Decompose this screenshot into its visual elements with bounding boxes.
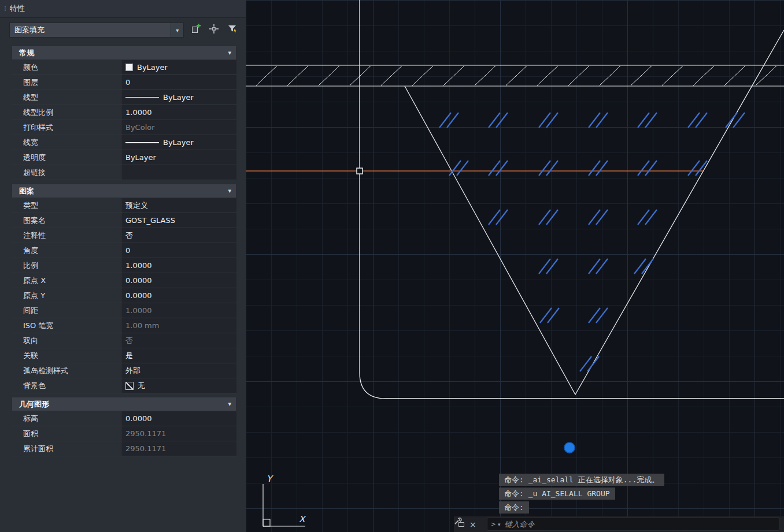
drawing-canvas[interactable]: YX 命令: _ai_selall 正在选择对象...完成。命令: _u AI_… (246, 0, 784, 532)
property-row: 标高0.0000 (12, 411, 236, 426)
property-value[interactable] (121, 165, 236, 180)
property-value[interactable]: 是 (121, 348, 236, 363)
band-hatch-line[interactable] (537, 66, 558, 85)
property-value[interactable]: 0.0000 (121, 288, 236, 303)
property-label: 比例 (12, 258, 121, 273)
property-value-text: 1.00 mm (125, 321, 159, 330)
band-hatch-line[interactable] (475, 66, 495, 85)
property-value[interactable]: 1.00 mm (121, 318, 236, 333)
ucs-origin-box (263, 519, 270, 526)
property-label: 双向 (12, 333, 121, 348)
property-label: 孤岛检测样式 (12, 363, 121, 378)
property-row: 背景色无 (12, 378, 236, 393)
property-value[interactable]: ByLayer (121, 135, 236, 150)
property-value[interactable]: 0.0000 (121, 273, 236, 288)
property-value[interactable]: ByLayer (121, 60, 236, 75)
property-row: 孤岛检测样式外部 (12, 363, 236, 378)
command-history-line: 命令: _ai_selall 正在选择对象...完成。 (499, 474, 664, 486)
color-swatch (125, 64, 133, 71)
select-objects-icon (209, 24, 219, 36)
grip-square[interactable] (357, 168, 363, 174)
property-value[interactable]: 0.0000 (121, 411, 236, 426)
palette-titlebar[interactable]: ⁞ 特性 (0, 0, 246, 18)
section-header-1[interactable]: 图案▾ (12, 184, 236, 198)
property-value[interactable]: 0 (121, 75, 236, 90)
section-header-2[interactable]: 几何图形▾ (12, 397, 236, 411)
property-value[interactable]: 1.0000 (121, 258, 236, 273)
drawing-geometry: YX (246, 0, 784, 532)
property-value[interactable]: 外部 (121, 363, 236, 378)
property-value[interactable]: 2950.1171 (121, 426, 236, 441)
profile-edge[interactable] (360, 0, 784, 399)
property-row: 角度0 (12, 243, 236, 258)
chevron-down-icon[interactable]: ▾ (228, 187, 231, 195)
property-value[interactable]: ByColor (121, 120, 236, 135)
property-row: 图案名GOST_GLASS (12, 213, 236, 228)
chevron-down-icon[interactable]: ▾ (498, 522, 501, 527)
property-value-text: 1.0000 (125, 261, 152, 270)
band-hatch-line[interactable] (662, 66, 683, 85)
command-history-line: 命令: (499, 501, 529, 514)
property-value-text: 0 (125, 246, 130, 255)
property-label: 间距 (12, 303, 121, 318)
palette-grip-handle[interactable]: ⁞ (4, 5, 6, 12)
section-header-0[interactable]: 常规▾ (12, 46, 236, 60)
property-value[interactable]: 否 (121, 228, 236, 243)
band-hatch-line[interactable] (631, 66, 652, 85)
property-row: 图层0 (12, 75, 236, 90)
property-value-text: 无 (138, 381, 145, 391)
band-hatch-line[interactable] (443, 66, 464, 85)
property-row: 颜色ByLayer (12, 60, 236, 75)
band-hatch-line[interactable] (350, 66, 371, 85)
select-objects-button[interactable] (208, 24, 221, 37)
property-value[interactable]: 1.0000 (121, 303, 236, 318)
toggle-pickadd-button[interactable] (189, 24, 202, 37)
property-value-text: 1.0000 (125, 306, 152, 315)
property-label: 原点 X (12, 273, 121, 288)
band-hatch-line[interactable] (381, 66, 402, 85)
quick-select-button[interactable] (225, 24, 239, 37)
command-prompt-icon[interactable]: > ▾ (491, 520, 501, 528)
command-history: 命令: _ai_selall 正在选择对象...完成。命令: _u AI_SEL… (499, 474, 664, 514)
band-hatch-line[interactable] (256, 66, 277, 85)
chevron-down-icon[interactable]: ▾ (228, 49, 231, 57)
property-value[interactable]: 否 (121, 333, 236, 348)
command-input[interactable] (503, 519, 775, 529)
object-type-dropdown[interactable]: 图案填充 ▾ (9, 23, 184, 38)
property-row: 双向否 (12, 333, 236, 348)
property-value-text: 0.0000 (125, 291, 152, 300)
property-value[interactable]: ByLayer (121, 90, 236, 105)
property-row: 原点 X0.0000 (12, 273, 236, 288)
property-value[interactable]: 1.0000 (121, 105, 236, 120)
property-label: 原点 Y (12, 288, 121, 303)
grip-circle[interactable] (564, 442, 575, 453)
band-hatch-line[interactable] (724, 66, 745, 85)
property-label: 线宽 (12, 135, 121, 150)
band-hatch-line[interactable] (412, 66, 433, 85)
band-hatch-line[interactable] (506, 66, 527, 85)
chevron-down-icon[interactable]: ▾ (171, 23, 183, 37)
triangle-boundary[interactable] (405, 30, 784, 395)
property-label: 关联 (12, 348, 121, 363)
property-row: 面积2950.1171 (12, 426, 236, 441)
property-row: 类型预定义 (12, 198, 236, 213)
band-hatch-line[interactable] (600, 66, 620, 85)
property-value[interactable]: 无 (121, 378, 236, 393)
property-label: 图案名 (12, 213, 121, 228)
property-value[interactable]: ByLayer (121, 150, 236, 165)
property-value[interactable]: GOST_GLASS (121, 213, 236, 228)
property-value[interactable]: 预定义 (121, 198, 236, 213)
property-value[interactable]: 0 (121, 243, 236, 258)
band-hatch-line[interactable] (568, 66, 589, 85)
property-value-text: 否 (125, 336, 133, 346)
command-input-field[interactable]: > ▾ (487, 518, 779, 531)
close-icon[interactable]: × (469, 520, 476, 529)
property-value[interactable]: 2950.1171 (121, 441, 236, 456)
section-title: 图案 (19, 186, 34, 196)
property-row: 注释性否 (12, 228, 236, 243)
band-hatch-line[interactable] (756, 66, 776, 85)
band-hatch-line[interactable] (287, 66, 308, 85)
chevron-down-icon[interactable]: ▾ (228, 400, 231, 408)
band-hatch-line[interactable] (693, 66, 714, 85)
band-hatch-line[interactable] (319, 66, 339, 85)
